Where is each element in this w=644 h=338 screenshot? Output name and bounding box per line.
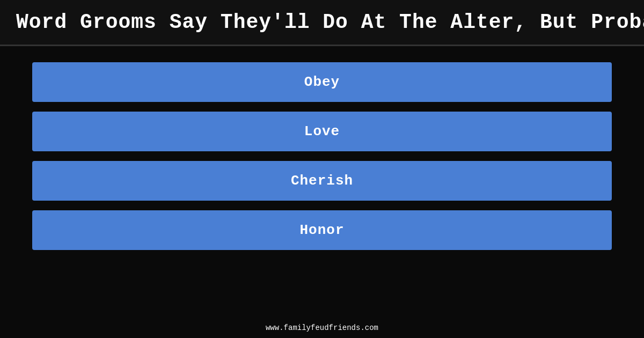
answer-label-1: Obey <box>304 74 340 90</box>
footer: www.familyfeudfriends.com <box>0 318 644 338</box>
question-text: Word Grooms Say They'll Do At The Alter,… <box>16 11 644 34</box>
answer-label-2: Love <box>304 123 340 139</box>
footer-url: www.familyfeudfriends.com <box>266 324 378 332</box>
answer-label-4: Honor <box>299 222 344 238</box>
answer-button-1[interactable]: Obey <box>32 62 612 102</box>
question-header: Word Grooms Say They'll Do At The Alter,… <box>0 0 644 46</box>
answer-button-3[interactable]: Cherish <box>32 161 612 201</box>
answers-container: ObeyLoveCherishHonor <box>0 46 644 318</box>
answer-label-3: Cherish <box>291 173 353 189</box>
answer-button-4[interactable]: Honor <box>32 210 612 250</box>
answer-button-2[interactable]: Love <box>32 112 612 151</box>
